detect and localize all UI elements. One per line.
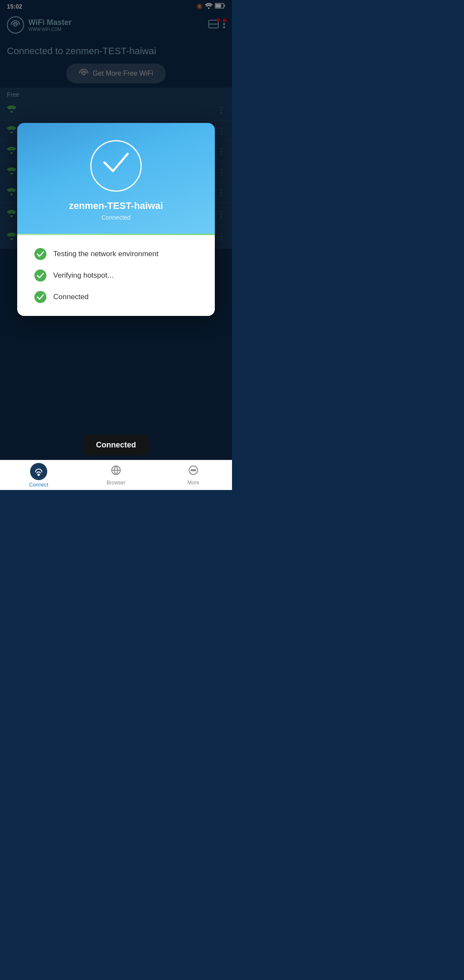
nav-label-connect: Connect [29,482,49,488]
modal-overlay: zenmen-TEST-haiwai Connected Testing the… [0,0,232,490]
svg-point-17 [38,474,40,475]
svg-point-22 [193,469,194,471]
modal-bottom: Testing the network environment Verifyin… [17,235,215,316]
check-circle-icon-3 [34,291,46,303]
modal-connected-label: Connected [101,214,131,221]
check-item-3: Connected [34,291,198,303]
check-item-text-1: Testing the network environment [53,250,159,258]
nav-label-more: More [187,480,199,486]
check-item-text-3: Connected [53,293,89,301]
connection-modal: zenmen-TEST-haiwai Connected Testing the… [17,123,215,316]
toast-text: Connected [96,441,136,449]
nav-item-connect[interactable]: Connect [0,459,77,490]
nav-label-browser: Browser [107,480,125,486]
nav-item-more[interactable]: More [155,462,232,489]
check-circle [90,140,142,192]
modal-network-name: zenmen-TEST-haiwai [69,200,163,211]
connect-nav-icon [30,463,47,480]
svg-point-21 [191,469,192,471]
check-circle-icon-2 [34,270,46,282]
modal-top: zenmen-TEST-haiwai Connected [17,123,215,234]
toast-connected: Connected [83,435,149,456]
bottom-nav: Connect Browser More [0,460,232,490]
nav-item-browser[interactable]: Browser [77,462,155,489]
check-circle-icon-1 [34,248,46,260]
check-mark-icon [101,150,131,180]
more-nav-icon [188,465,198,478]
check-item-text-2: Verifying hotspot... [53,271,113,280]
check-item-1: Testing the network environment [34,248,198,260]
browser-nav-icon [111,465,121,478]
check-item-2: Verifying hotspot... [34,270,198,282]
svg-point-23 [195,469,196,471]
